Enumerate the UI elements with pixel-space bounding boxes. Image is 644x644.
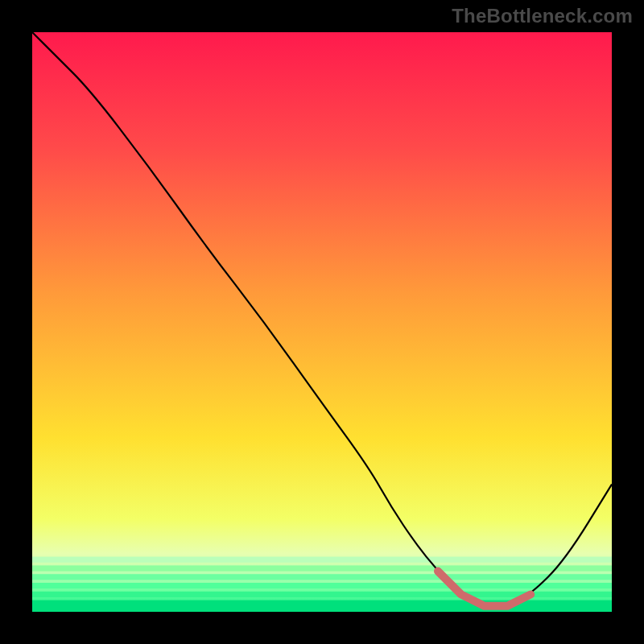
green-band [32,557,612,563]
green-band [32,565,612,571]
chart-frame: TheBottleneck.com [0,0,644,644]
plot-area [32,32,612,612]
gradient-background [32,32,612,612]
green-band [32,583,612,588]
green-band [32,574,612,580]
watermark-text: TheBottleneck.com [452,5,633,27]
green-band [32,601,612,612]
chart-svg [32,32,612,612]
